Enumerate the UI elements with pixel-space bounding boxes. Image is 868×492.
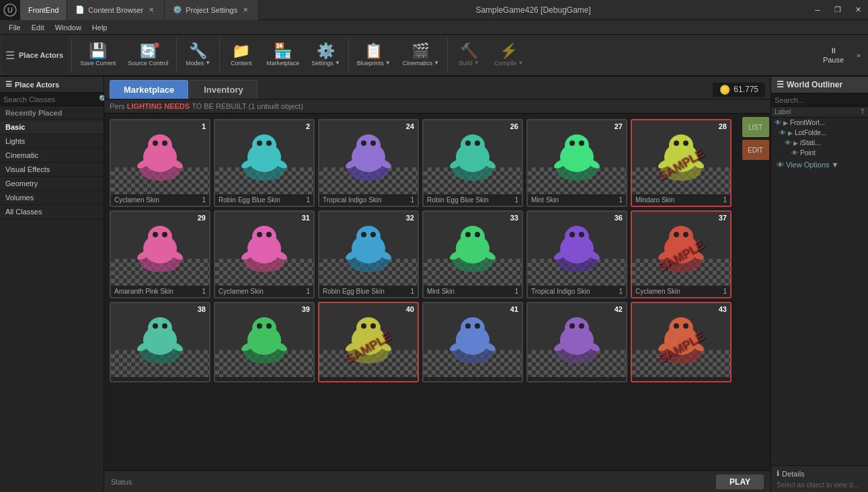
pause-label: Pause bbox=[823, 56, 844, 64]
grid-item-32[interactable]: Robin Egg Blue Skin 1 32 bbox=[318, 210, 419, 298]
sidebar-item-all-classes[interactable]: All Classes bbox=[0, 205, 104, 219]
grid-item-31[interactable]: Cyclamen Skin 1 31 bbox=[214, 210, 315, 298]
menu-edit[interactable]: Edit bbox=[26, 22, 50, 33]
svg-point-13 bbox=[252, 134, 276, 156]
outliner-item-frontworld[interactable]: 👁 ▶ FrontWorl... bbox=[771, 118, 868, 128]
settings-button[interactable]: ⚙️ Settings ▼ bbox=[306, 36, 345, 75]
svg-point-43 bbox=[569, 140, 575, 146]
grid-item-1[interactable]: Cyclamen Skin 1 1 bbox=[110, 119, 210, 207]
sidebar-item-volumes[interactable]: Volumes bbox=[0, 191, 104, 205]
sidebar-item-geometry[interactable]: Geometry bbox=[0, 177, 104, 191]
outliner-search-input[interactable] bbox=[775, 96, 867, 104]
cinematics-button[interactable]: 🎬 Cinematics ▼ bbox=[397, 36, 444, 75]
grid-item-43[interactable]: SAMPLE 43 bbox=[631, 302, 732, 382]
grid-row-3: 38 bbox=[110, 302, 735, 382]
tab-marketplace[interactable]: Marketplace bbox=[110, 80, 188, 99]
play-button[interactable]: PLAY bbox=[716, 475, 764, 489]
toolbar-separator-3 bbox=[219, 38, 220, 72]
build-button[interactable]: 🔨 Build ▼ bbox=[450, 36, 487, 75]
svg-point-7 bbox=[153, 140, 158, 146]
blueprints-arrow: ▼ bbox=[385, 60, 391, 67]
tab-content-browser[interactable]: 📄 Content Browser ✕ bbox=[67, 0, 165, 20]
compile-button[interactable]: ⚡ Compile ▼ bbox=[489, 36, 528, 75]
compile-arrow: ▼ bbox=[518, 60, 523, 67]
grid-item-38[interactable]: 38 bbox=[110, 302, 210, 382]
view-options-label: View Options bbox=[786, 161, 830, 169]
grid-item-41[interactable]: 41 bbox=[422, 302, 523, 382]
tab-content-browser-close[interactable]: ✕ bbox=[147, 5, 156, 15]
grid-item-36[interactable]: Tropical Indigo Skin 1 36 bbox=[526, 210, 627, 298]
outliner-item-istati[interactable]: 👁 ▶ iStati... bbox=[771, 138, 868, 148]
tab-project-settings-close[interactable]: ✕ bbox=[241, 5, 250, 15]
svg-point-103 bbox=[669, 226, 693, 247]
grid-item-2-footer: Robin Egg Blue Skin 1 bbox=[215, 194, 313, 206]
marketplace-toolbar-button[interactable]: 🏪 Marketplace bbox=[261, 36, 305, 75]
sidebar-item-visual-effects[interactable]: Visual Effects bbox=[0, 163, 104, 177]
list-view-button[interactable]: LIST bbox=[742, 117, 769, 137]
grid-item-29-number: 29 bbox=[198, 214, 206, 222]
grid-item-37[interactable]: SAMPLE Cyclamen Skin 1 37 bbox=[631, 210, 732, 298]
grid-item-26[interactable]: Robin Egg Blue Skin 1 26 bbox=[422, 119, 523, 207]
outliner-item-lotfolder[interactable]: 👁 ▶ LotFolde... bbox=[771, 128, 868, 138]
sidebar-item-lights[interactable]: Lights bbox=[0, 134, 104, 149]
tab-project-settings[interactable]: ⚙️ Project Settings ✕ bbox=[165, 0, 259, 20]
grid-item-33-thumb bbox=[424, 212, 522, 286]
grid-item-42[interactable]: 42 bbox=[526, 302, 627, 382]
grid-item-1-thumb bbox=[111, 120, 209, 194]
grid-item-39[interactable]: 39 bbox=[214, 302, 315, 382]
pause-button[interactable]: ⏸ Pause bbox=[815, 36, 852, 75]
toolbar-separator-4 bbox=[348, 38, 349, 72]
svg-point-52 bbox=[674, 140, 679, 146]
settings-label: Settings bbox=[311, 60, 333, 67]
save-icon: 💾 bbox=[89, 44, 107, 58]
toolbar-separator-5 bbox=[447, 38, 448, 72]
modes-button[interactable]: 🔧 Modes ▼ bbox=[180, 36, 216, 75]
grid-row-1: Cyclamen Skin 1 1 bbox=[110, 119, 735, 207]
grid-item-32-footer: Robin Egg Blue Skin 1 bbox=[319, 286, 418, 297]
grid-item-29[interactable]: Amaranth Pink Skin 1 29 bbox=[110, 210, 210, 298]
content-label: Content bbox=[231, 60, 252, 67]
minimize-button[interactable]: ─ bbox=[807, 0, 828, 20]
edit-button[interactable]: EDIT bbox=[742, 140, 769, 160]
world-outliner-title: World Outliner bbox=[787, 80, 842, 89]
grid-item-40[interactable]: SAMPLE 40 bbox=[318, 302, 419, 382]
svg-point-112 bbox=[148, 317, 172, 339]
search-classes-input[interactable] bbox=[3, 95, 96, 104]
grid-item-27-label: Mint Skin bbox=[531, 196, 559, 204]
content-button[interactable]: 📁 Content bbox=[223, 36, 260, 75]
outliner-lotfolder-label: LotFolde... bbox=[795, 129, 826, 136]
source-control-button[interactable]: 🔄 ! Source Control bbox=[122, 36, 173, 75]
svg-point-8 bbox=[162, 140, 167, 146]
save-current-button[interactable]: 💾 Save Current bbox=[75, 36, 121, 75]
outliner-item-point[interactable]: 👁 Point bbox=[771, 148, 868, 158]
grid-item-1-footer: Cyclamen Skin 1 bbox=[111, 194, 209, 206]
tab-content-browser-label: Content Browser bbox=[88, 6, 143, 14]
tab-inventory[interactable]: Inventory bbox=[190, 80, 258, 99]
restore-button[interactable]: ❐ bbox=[828, 0, 848, 20]
grid-item-28[interactable]: SAMPLE Mindaro Skin 1 28 bbox=[631, 119, 732, 207]
svg-point-22 bbox=[356, 134, 381, 156]
grid-item-27[interactable]: Mint Skin 1 27 bbox=[526, 119, 627, 207]
grid-item-26-footer: Robin Egg Blue Skin 1 bbox=[424, 194, 522, 206]
svg-point-16 bbox=[257, 140, 262, 146]
menu-help[interactable]: Help bbox=[87, 22, 113, 33]
sidebar-item-basic[interactable]: Basic bbox=[0, 120, 104, 134]
svg-point-35 bbox=[475, 140, 480, 146]
blueprints-button[interactable]: 📋 Blueprints ▼ bbox=[352, 36, 396, 75]
view-options-button[interactable]: 👁 View Options ▼ bbox=[771, 158, 868, 171]
view-options-arrow: ▼ bbox=[832, 161, 839, 169]
grid-item-2[interactable]: Robin Egg Blue Skin 1 2 bbox=[214, 119, 315, 207]
tab-frontend[interactable]: FrontEnd bbox=[20, 0, 67, 20]
close-button[interactable]: ✕ bbox=[848, 0, 868, 20]
marketplace-label: Marketplace bbox=[266, 60, 299, 67]
toolbar-expand-button[interactable]: » bbox=[852, 36, 865, 75]
menu-window[interactable]: Window bbox=[50, 22, 87, 33]
svg-point-134 bbox=[370, 323, 376, 329]
grid-row-2: Amaranth Pink Skin 1 29 bbox=[110, 210, 735, 298]
sidebar-item-cinematic[interactable]: Cinematic bbox=[0, 149, 104, 163]
compile-icon: ⚡ bbox=[500, 44, 518, 58]
grid-item-24-number: 24 bbox=[406, 122, 414, 130]
grid-item-24[interactable]: Tropical Indigo Skin 1 24 bbox=[318, 119, 419, 207]
grid-item-33[interactable]: Mint Skin 1 33 bbox=[422, 210, 523, 298]
menu-file[interactable]: File bbox=[3, 22, 26, 33]
